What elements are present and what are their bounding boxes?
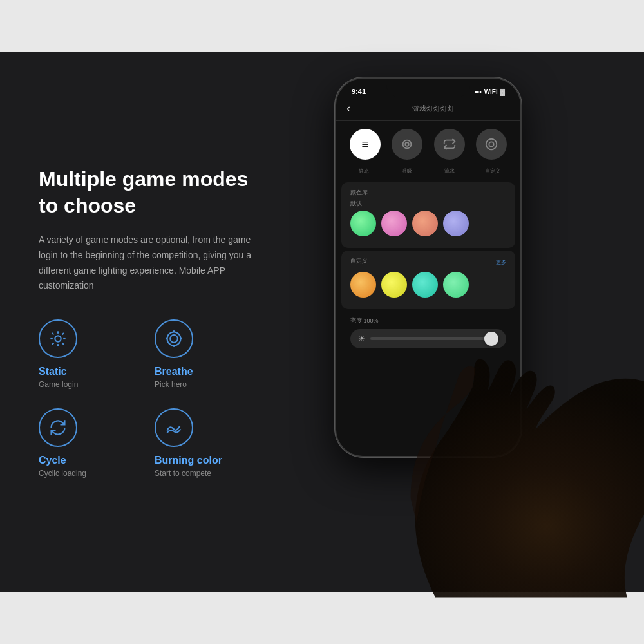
label-2: 呼吸 [391, 167, 423, 175]
svg-point-9 [167, 332, 181, 346]
slider-knob[interactable] [484, 332, 498, 346]
description: A variety of game modes are optional, fr… [39, 232, 258, 294]
bottom-bar [0, 592, 644, 644]
cycle-mode-sub: Cyclic loading [39, 469, 86, 478]
static-mode-sub: Game login [39, 380, 78, 389]
breathe-icon [165, 330, 183, 348]
iphone-frame: 9:41 ▪▪▪ WiFi ▓ ‹ 游戏灯灯灯灯 ≡ [335, 77, 522, 457]
svg-point-15 [403, 140, 412, 149]
static-icon-wrapper[interactable] [39, 319, 77, 358]
section1-sub: 默认 [350, 200, 506, 208]
app-header: ‹ 游戏灯灯灯灯 [336, 98, 520, 121]
mode-item-static: Static Game login [39, 319, 142, 389]
mode-item-breathe: Breathe Pick hero [155, 319, 258, 389]
label-4: 自定义 [477, 167, 509, 175]
breathe-icon-wrapper[interactable] [155, 319, 193, 358]
back-button[interactable]: ‹ [346, 102, 350, 115]
color-dot-orange[interactable] [350, 272, 376, 298]
color-dot-purple[interactable] [443, 211, 469, 236]
cycle-icon [49, 419, 67, 437]
burning-icon-wrapper[interactable] [155, 408, 193, 447]
wifi-icon: WiFi [484, 88, 498, 95]
status-icons: ▪▪▪ WiFi ▓ [475, 88, 505, 95]
mode-item-burning: Burning color Start to compete [155, 408, 258, 478]
section2-title: 自定义 [350, 257, 368, 265]
svg-point-17 [486, 139, 497, 150]
iphone-notch [386, 79, 470, 97]
svg-line-6 [62, 343, 64, 345]
signal-icon: ▪▪▪ [475, 88, 482, 95]
label-3: 流水 [433, 167, 466, 175]
brightness-icon: ☀ [358, 334, 365, 343]
brightness-slider[interactable]: ☀ [350, 329, 506, 348]
color-row-2 [350, 272, 506, 298]
brightness-section: 亮度 100% ☀ [341, 312, 515, 354]
cycle-icon-wrapper[interactable] [39, 408, 77, 447]
iphone-screen: 9:41 ▪▪▪ WiFi ▓ ‹ 游戏灯灯灯灯 ≡ [336, 79, 520, 456]
static-icon [49, 330, 67, 348]
modes-grid: Static Game login Breathe Pick hero [39, 319, 258, 478]
color-section-custom: 自定义 更多 [341, 251, 515, 309]
brightness-label: 亮度 100% [350, 317, 506, 325]
mode-labels: 静态 呼吸 流水 自定义 [336, 167, 520, 180]
color-dot-teal[interactable] [412, 272, 438, 298]
svg-point-18 [489, 142, 494, 146]
static-mode-name: Static [39, 366, 67, 377]
section2-header: 自定义 更多 [350, 257, 506, 268]
top-bar [0, 0, 644, 52]
svg-point-0 [55, 336, 61, 342]
cycle-mode-name: Cycle [39, 455, 66, 466]
color-dot-mint[interactable] [443, 272, 469, 298]
svg-line-7 [52, 343, 53, 345]
section2-more[interactable]: 更多 [496, 259, 506, 266]
svg-point-10 [170, 335, 178, 343]
section1-title: 颜色库 [350, 189, 506, 197]
svg-line-5 [52, 333, 53, 334]
color-dot-green[interactable] [350, 211, 376, 236]
color-dot-coral[interactable] [412, 211, 438, 236]
battery-icon: ▓ [500, 88, 505, 95]
left-content: Multiple game modesto choose A variety o… [0, 140, 296, 504]
color-section-default: 颜色库 默认 [341, 182, 515, 248]
color-dot-yellow[interactable] [381, 272, 407, 298]
burning-mode-sub: Start to compete [155, 469, 211, 478]
burning-icon [165, 419, 183, 437]
burning-mode-name: Burning color [155, 455, 222, 466]
mode-item-cycle: Cycle Cyclic loading [39, 408, 142, 478]
color-row-1 [350, 211, 506, 236]
svg-line-8 [62, 333, 64, 334]
mode-btn-settings[interactable] [476, 129, 507, 160]
phone-container: 9:41 ▪▪▪ WiFi ▓ ‹ 游戏灯灯灯灯 ≡ [270, 58, 644, 586]
label-1: 静态 [348, 167, 380, 175]
color-dot-pink[interactable] [381, 211, 407, 236]
mode-btn-menu[interactable]: ≡ [350, 129, 381, 160]
app-title: 游戏灯灯灯灯 [357, 104, 510, 113]
time-display: 9:41 [352, 88, 366, 95]
mode-selector: ≡ [336, 121, 520, 167]
breathe-mode-name: Breathe [155, 366, 193, 377]
slider-track[interactable] [370, 337, 498, 340]
main-area: Multiple game modesto choose A variety o… [0, 52, 644, 592]
breathe-mode-sub: Pick hero [155, 380, 187, 389]
svg-point-16 [406, 142, 410, 146]
mode-btn-breathe[interactable] [392, 129, 422, 160]
headline: Multiple game modesto choose [39, 166, 258, 220]
mode-btn-cycle[interactable] [434, 129, 465, 160]
